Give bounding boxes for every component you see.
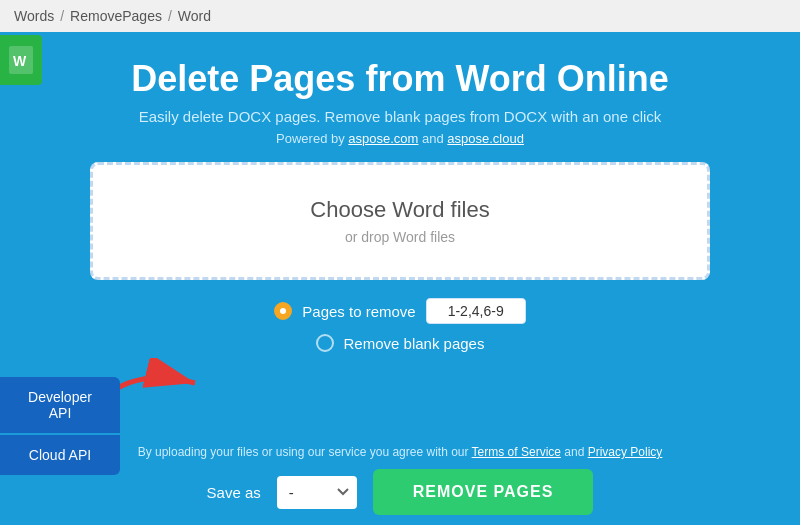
- pages-input[interactable]: [426, 298, 526, 324]
- terms-link[interactable]: Terms of Service: [472, 445, 561, 459]
- app-icon: W: [0, 35, 42, 85]
- powered-by-prefix: Powered by: [276, 131, 348, 146]
- remove-pages-button[interactable]: REMOVE PAGES: [373, 469, 594, 515]
- aspose-com-link[interactable]: aspose.com: [348, 131, 418, 146]
- bottom-bar: By uploading your files or using our ser…: [0, 435, 800, 525]
- svg-text:W: W: [13, 53, 27, 69]
- pages-to-remove-row: Pages to remove: [274, 298, 525, 324]
- left-buttons: Developer API Cloud API: [0, 377, 120, 475]
- options-section: Pages to remove Remove blank pages: [60, 298, 740, 352]
- breadcrumb-words[interactable]: Words: [14, 8, 54, 24]
- word-file-icon: W: [9, 46, 33, 74]
- breadcrumb-sep1: /: [60, 8, 64, 24]
- remove-blank-row: Remove blank pages: [316, 334, 485, 352]
- choose-label: Choose Word files: [113, 197, 687, 223]
- breadcrumb: Words / RemovePages / Word: [0, 0, 800, 32]
- breadcrumb-word[interactable]: Word: [178, 8, 211, 24]
- breadcrumb-sep2: /: [168, 8, 172, 24]
- remove-blank-radio[interactable]: [316, 334, 334, 352]
- privacy-link[interactable]: Privacy Policy: [588, 445, 663, 459]
- bottom-controls: Save as - REMOVE PAGES: [20, 469, 780, 515]
- powered-by-and: and: [418, 131, 447, 146]
- save-as-label: Save as: [207, 484, 261, 501]
- remove-blank-label: Remove blank pages: [344, 335, 485, 352]
- pages-to-remove-radio[interactable]: [274, 302, 292, 320]
- terms-prefix: By uploading your files or using our ser…: [138, 445, 472, 459]
- developer-api-button[interactable]: Developer API: [0, 377, 120, 433]
- cloud-api-button[interactable]: Cloud API: [0, 435, 120, 475]
- breadcrumb-removepages[interactable]: RemovePages: [70, 8, 162, 24]
- aspose-cloud-link[interactable]: aspose.cloud: [447, 131, 524, 146]
- terms-and: and: [561, 445, 588, 459]
- drop-zone[interactable]: Choose Word files or drop Word files: [90, 162, 710, 280]
- subtitle: Easily delete DOCX pages. Remove blank p…: [60, 108, 740, 125]
- terms-text: By uploading your files or using our ser…: [20, 445, 780, 459]
- drop-label: or drop Word files: [113, 229, 687, 245]
- main-content: Delete Pages from Word Online Easily del…: [0, 32, 800, 352]
- pages-to-remove-label: Pages to remove: [302, 303, 415, 320]
- page-title: Delete Pages from Word Online: [60, 58, 740, 100]
- powered-by: Powered by aspose.com and aspose.cloud: [60, 131, 740, 146]
- save-as-select[interactable]: -: [277, 476, 357, 509]
